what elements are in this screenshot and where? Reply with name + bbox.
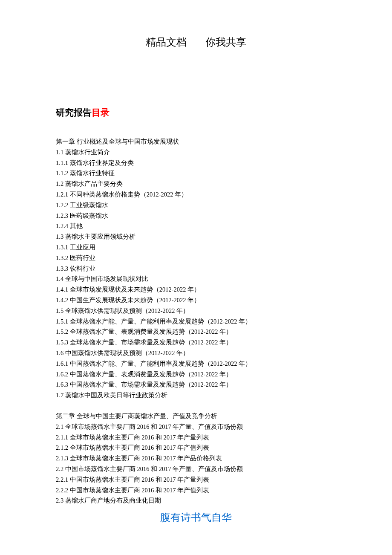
- chapter-2-heading: 第二章 全球与中国主要厂商蒸馏水产量、产值及竞争分析: [56, 411, 341, 422]
- title-suffix: 目录: [92, 107, 110, 118]
- toc-item: 1.4.2 中国生产发展现状及未来趋势（2012-2022 年）: [56, 295, 341, 306]
- toc-title: 研究报告目录: [56, 107, 341, 119]
- page-footer: 腹有诗书气自华: [0, 511, 392, 524]
- toc-item: 1.2 蒸馏水产品主要分类: [56, 179, 341, 189]
- toc-item: 1.3 蒸馏水主要应用领域分析: [56, 231, 341, 242]
- toc-item: 2.1.3 全球市场蒸馏水主要厂商 2016 和 2017 年产品价格列表: [56, 453, 341, 464]
- title-prefix: 研究报告: [56, 107, 92, 118]
- toc-item: 2.2.1 中国市场蒸馏水主要厂商 2016 和 2017 年产量列表: [56, 474, 341, 485]
- toc-item: 2.1.2 全球市场蒸馏水主要厂商 2016 和 2017 年产值列表: [56, 442, 341, 453]
- toc-item: 1.5.1 全球蒸馏水产能、产量、产能利用率及发展趋势（2012-2022 年）: [56, 316, 341, 327]
- chapter-1-heading: 第一章 行业概述及全球与中国市场发展现状: [56, 136, 341, 147]
- toc-item: 2.3 蒸馏水厂商产地分布及商业化日期: [56, 495, 341, 506]
- toc-item: 1.5 全球蒸馏水供需现状及预测（2012-2022 年）: [56, 306, 341, 316]
- toc-item: 2.2.2 中国市场蒸馏水主要厂商 2016 和 2017 年产值列表: [56, 485, 341, 496]
- toc-item: 1.3.3 饮料行业: [56, 263, 341, 274]
- page-header: 精品文档 你我共享: [0, 0, 392, 49]
- toc-item: 2.1 全球市场蒸馏水主要厂商 2016 和 2017 年产量、产值及市场份额: [56, 422, 341, 432]
- toc-item: 1.3.1 工业应用: [56, 242, 341, 253]
- header-right-text: 你我共享: [205, 35, 246, 49]
- toc-item: 1.1.1 蒸馏水行业界定及分类: [56, 158, 341, 168]
- toc-item: 1.5.3 全球蒸馏水产量、市场需求量及发展趋势（2012-2022 年）: [56, 337, 341, 348]
- toc-item: 1.1 蒸馏水行业简介: [56, 147, 341, 158]
- toc-item: 1.2.4 其他: [56, 221, 341, 231]
- chapter-1-section: 第一章 行业概述及全球与中国市场发展现状 1.1 蒸馏水行业简介 1.1.1 蒸…: [56, 136, 341, 401]
- toc-item: 2.2 中国市场蒸馏水主要厂商 2016 和 2017 年产量、产值及市场份额: [56, 464, 341, 474]
- toc-item: 1.6.2 中国蒸馏水产量、表观消费量及发展趋势（2012-2022 年）: [56, 369, 341, 380]
- toc-item: 1.6.3 中国蒸馏水产量、市场需求量及发展趋势（2012-2022 年）: [56, 379, 341, 390]
- toc-item: 1.2.2 工业级蒸馏水: [56, 200, 341, 211]
- toc-item: 1.4.1 全球市场发展现状及未来趋势（2012-2022 年）: [56, 284, 341, 295]
- toc-item: 1.3.2 医药行业: [56, 253, 341, 263]
- toc-item: 1.7 蒸馏水中国及欧美日等行业政策分析: [56, 390, 341, 401]
- toc-item: 1.1.2 蒸馏水行业特征: [56, 168, 341, 179]
- toc-item: 1.4 全球与中国市场发展现状对比: [56, 274, 341, 284]
- toc-item: 1.2.3 医药级蒸馏水: [56, 211, 341, 221]
- toc-item: 1.6 中国蒸馏水供需现状及预测（2012-2022 年）: [56, 348, 341, 358]
- toc-item: 1.6.1 中国蒸馏水产能、产量、产能利用率及发展趋势（2012-2022 年）: [56, 358, 341, 369]
- chapter-2-section: 第二章 全球与中国主要厂商蒸馏水产量、产值及竞争分析 2.1 全球市场蒸馏水主要…: [56, 411, 341, 506]
- toc-item: 2.1.1 全球市场蒸馏水主要厂商 2016 和 2017 年产量列表: [56, 432, 341, 443]
- header-left-text: 精品文档: [146, 35, 187, 49]
- document-content: 研究报告目录 第一章 行业概述及全球与中国市场发展现状 1.1 蒸馏水行业简介 …: [0, 49, 392, 506]
- toc-item: 1.5.2 全球蒸馏水产量、表观消费量及发展趋势（2012-2022 年）: [56, 327, 341, 337]
- chapter-gap: [56, 401, 341, 411]
- toc-item: 1.2.1 不同种类蒸馏水价格走势（2012-2022 年）: [56, 189, 341, 200]
